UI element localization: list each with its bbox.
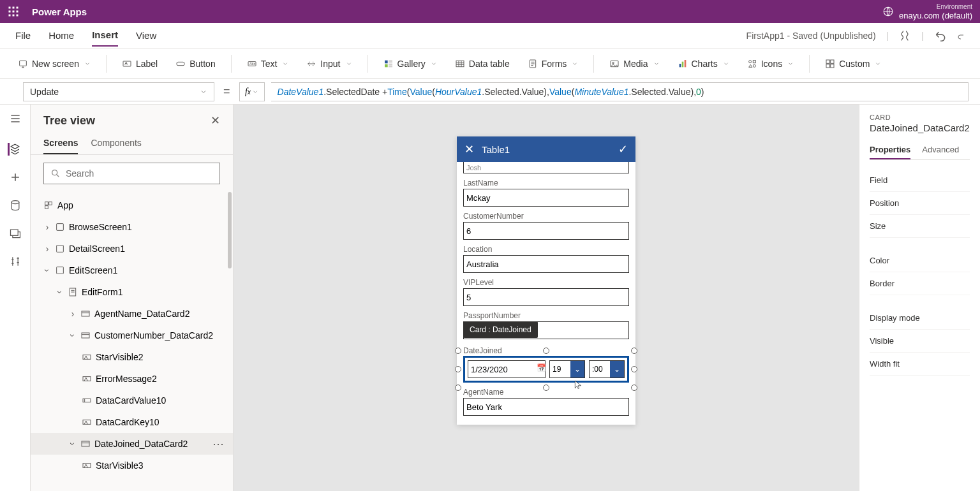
data-icon[interactable] [9, 199, 22, 212]
custom-button[interactable]: Custom [819, 55, 887, 73]
menu-file[interactable]: File [15, 25, 31, 46]
equals-sign: = [221, 85, 233, 98]
text-icon: Abc [247, 59, 257, 69]
tree-node-app[interactable]: App [31, 194, 233, 216]
text-button[interactable]: Abc Text [241, 55, 295, 73]
formula-input[interactable]: DateValue1.SelectedDate + Time(Value(Hou… [271, 82, 969, 101]
svg-rect-1 [13, 7, 15, 9]
tree-node-edit[interactable]: › EditScreen1 [31, 260, 233, 281]
tree-label: StarVisible2 [96, 352, 143, 362]
agentname-input[interactable]: Beto Yark [463, 398, 629, 416]
menu-bar: File Home Insert View FirstApp1 - Saved … [0, 23, 980, 48]
lastname-input[interactable]: Mckay [463, 189, 629, 207]
media-button[interactable]: Media [603, 55, 665, 73]
properties-panel: CARD DateJoined_DataCard2 Properties Adv… [859, 105, 980, 491]
icons-button[interactable]: Icons [741, 55, 800, 73]
textinput-icon [82, 395, 92, 406]
redo-icon[interactable] [957, 29, 965, 42]
tree-node-star2[interactable]: StarVisible2 [31, 346, 233, 368]
prop-width-fit[interactable]: Width fit [870, 353, 970, 376]
prop-border[interactable]: Border [870, 272, 970, 295]
tree-node-djcard[interactable]: › DateJoined_DataCard2 ⋯ [31, 433, 233, 455]
prop-position[interactable]: Position [870, 192, 970, 215]
label-icon [122, 59, 132, 69]
app-title: Power Apps [32, 6, 87, 17]
search-field[interactable] [66, 168, 213, 179]
tree-node-err2[interactable]: ErrorMessage2 [31, 368, 233, 390]
gallery-button[interactable]: Gallery [377, 55, 443, 73]
tree-node-custcard[interactable]: › CustomerNumber_DataCard2 [31, 325, 233, 346]
viplevel-input[interactable]: 5 [463, 288, 629, 306]
advanced-tools-icon[interactable] [9, 255, 22, 268]
button-icon [175, 59, 186, 69]
screen-icon [55, 265, 65, 275]
datejoined-date-input[interactable]: 1/23/2020 [468, 360, 546, 378]
data-table-button[interactable]: Data table [449, 55, 516, 73]
undo-icon[interactable] [934, 29, 947, 42]
customernumber-input[interactable]: 6 [463, 222, 629, 240]
tree-node-detail[interactable]: › DetailScreen1 [31, 238, 233, 260]
svg-rect-51 [83, 399, 91, 402]
prop-size[interactable]: Size [870, 215, 970, 238]
menu-view[interactable]: View [136, 25, 156, 46]
svg-rect-36 [831, 64, 834, 67]
insert-icon[interactable] [9, 171, 22, 184]
hamburger-icon[interactable] [9, 112, 22, 125]
app-checker-icon[interactable] [898, 29, 911, 42]
tree-node-star3[interactable]: StarVisible3 [31, 455, 233, 476]
tree-view-icon[interactable] [8, 143, 20, 156]
svg-rect-43 [57, 224, 64, 231]
tab-screens[interactable]: Screens [43, 133, 78, 154]
prop-color[interactable]: Color [870, 249, 970, 272]
tree-label: DetailScreen1 [69, 244, 125, 254]
tree-node-dck10[interactable]: DataCardKey10 [31, 411, 233, 433]
canvas[interactable]: ✕ Table1 ✓ Josh LastName Mckay CustomerN… [234, 105, 859, 491]
label-button[interactable]: Label [115, 55, 164, 73]
prop-visible[interactable]: Visible [870, 330, 970, 353]
charts-button[interactable]: Charts [671, 55, 736, 73]
new-screen-button[interactable]: New screen [11, 55, 97, 73]
svg-rect-3 [9, 11, 11, 13]
location-input[interactable]: Australia [463, 255, 629, 273]
forms-label: Forms [542, 59, 567, 69]
media-panel-icon[interactable] [9, 227, 22, 240]
tree-node-agentcard[interactable]: › AgentName_DataCard2 [31, 303, 233, 325]
tab-properties[interactable]: Properties [870, 141, 910, 159]
chevron-down-icon [84, 61, 91, 67]
property-selector[interactable]: Update [23, 82, 214, 101]
more-icon[interactable]: ⋯ [212, 437, 225, 451]
close-icon[interactable]: ✕ [211, 114, 220, 128]
fx-button[interactable]: fx [239, 82, 265, 101]
tree-label: EditForm1 [82, 287, 123, 297]
tree-node-editform[interactable]: › EditForm1 [31, 281, 233, 303]
hour-dropdown[interactable]: 19⌄ [549, 360, 585, 378]
prop-display-mode[interactable]: Display mode [870, 307, 970, 330]
datejoined-card[interactable]: Card : DateJoined DateJoined 1/23/2020 📅… [463, 344, 629, 383]
close-icon[interactable]: ✕ [464, 142, 474, 156]
button-button[interactable]: Button [169, 55, 221, 73]
environment-picker[interactable]: Environment enayu.com (default) [882, 3, 972, 20]
firstname-input[interactable]: Josh [463, 162, 629, 173]
screen-icon [18, 59, 28, 69]
forms-button[interactable]: Forms [521, 55, 585, 73]
calendar-icon[interactable]: 📅 [537, 363, 546, 372]
tab-advanced[interactable]: Advanced [922, 141, 959, 159]
tree-node-dcv10[interactable]: DataCardValue10 [31, 390, 233, 411]
tree-node-browse[interactable]: › BrowseScreen1 [31, 216, 233, 238]
input-button[interactable]: Input [300, 55, 358, 73]
card-eyebrow: CARD [870, 114, 970, 121]
submit-icon[interactable]: ✓ [618, 142, 628, 156]
svg-rect-38 [10, 230, 18, 235]
search-input[interactable] [43, 163, 220, 184]
tree-view-panel: Tree view ✕ Screens Components App › Bro… [31, 105, 234, 491]
passport-label: PassportNumber [463, 311, 629, 320]
prop-field[interactable]: Field [870, 169, 970, 192]
cursor-icon [574, 378, 583, 391]
tab-components[interactable]: Components [91, 133, 141, 154]
menu-insert[interactable]: Insert [92, 24, 118, 47]
minute-dropdown[interactable]: :00⌄ [589, 360, 625, 378]
waffle-icon[interactable] [8, 6, 19, 17]
menu-home[interactable]: Home [48, 25, 74, 46]
svg-rect-2 [17, 7, 19, 9]
svg-rect-41 [49, 202, 52, 205]
